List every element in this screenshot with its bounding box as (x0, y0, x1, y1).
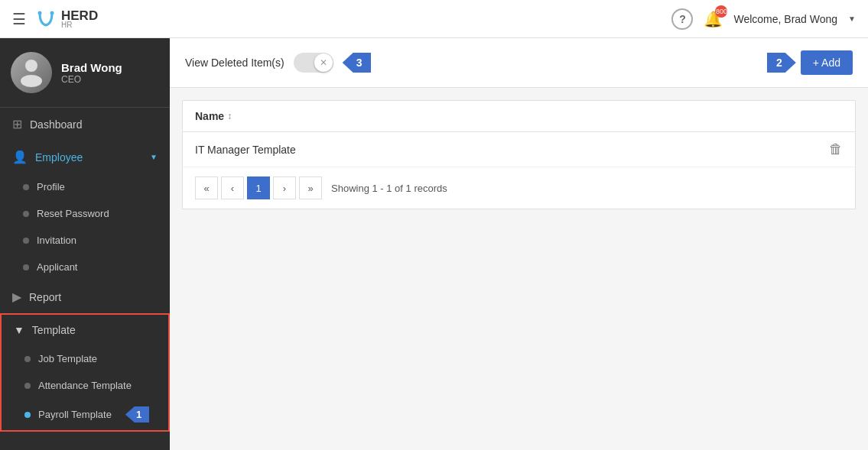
hamburger-menu[interactable]: ☰ (12, 10, 26, 28)
main-layout: Brad Wong CEO ⊞ Dashboard 👤 Employee ▼ P… (0, 38, 868, 450)
pagination-current[interactable]: 1 (247, 176, 270, 199)
sidebar-item-template[interactable]: ▼ Template (2, 315, 168, 345)
sidebar-item-payroll-template[interactable]: Payroll Template 1 (2, 399, 168, 430)
template-icon: ▼ (14, 324, 24, 336)
user-name: Brad Wong (61, 61, 122, 74)
header-left: ☰ HERD HR (12, 8, 98, 30)
svg-point-3 (21, 75, 42, 87)
reset-password-dot (23, 211, 29, 217)
dashboard-icon: ⊞ (12, 117, 22, 131)
sort-icon[interactable]: ↕ (227, 111, 232, 121)
pagination-prev[interactable]: ‹ (221, 176, 244, 199)
template-section: ▼ Template Job Template Attendance Templ… (0, 313, 170, 432)
sidebar-item-job-template[interactable]: Job Template (2, 345, 168, 372)
report-label: Report (29, 291, 61, 303)
sidebar-item-report[interactable]: ▶ Report (0, 280, 170, 313)
sidebar-item-reset-password[interactable]: Reset Password (0, 200, 170, 227)
sidebar-item-invitation[interactable]: Invitation (0, 227, 170, 254)
notification-bell[interactable]: 🔔 800 (704, 10, 723, 28)
main-content: View Deleted Item(s) ✕ 3 2 + Add Name (170, 38, 868, 450)
table-row: IT Manager Template 🗑 (183, 132, 855, 167)
pagination-info: Showing 1 - 1 of 1 records (331, 183, 447, 194)
user-profile: Brad Wong CEO (0, 38, 170, 108)
app-header: ☰ HERD HR ? 🔔 800 Welcome, Brad Wong ▼ (0, 0, 868, 38)
payroll-template-dot (24, 412, 31, 418)
employee-expand-arrow: ▼ (150, 153, 158, 161)
job-template-dot (24, 356, 31, 362)
profile-dot (23, 184, 29, 190)
pagination-next[interactable]: › (273, 176, 296, 199)
step3-badge: 3 (343, 53, 372, 73)
logo-icon (35, 8, 57, 30)
toolbar-right: 2 + Add (767, 50, 853, 75)
sidebar-item-applicant[interactable]: Applicant (0, 254, 170, 280)
logo-container: HERD HR (35, 8, 98, 30)
reset-password-label: Reset Password (37, 208, 109, 219)
employee-icon: 👤 (12, 150, 28, 164)
report-icon: ▶ (12, 290, 21, 304)
welcome-dropdown-arrow[interactable]: ▼ (848, 15, 856, 23)
step1-badge-container: 1 (125, 406, 149, 422)
pagination: « ‹ 1 › » Showing 1 - 1 of 1 records (183, 167, 855, 209)
pagination-last[interactable]: » (299, 176, 322, 199)
template-label: Template (32, 324, 76, 336)
sidebar-item-employee[interactable]: 👤 Employee ▼ (0, 141, 170, 173)
welcome-message[interactable]: Welcome, Brad Wong (733, 13, 837, 25)
col-name-header: Name ↕ (195, 110, 232, 122)
header-right: ? 🔔 800 Welcome, Brad Wong ▼ (671, 8, 856, 30)
dashboard-label: Dashboard (30, 118, 83, 131)
attendance-template-label: Attendance Template (38, 380, 132, 391)
sidebar-nav: ⊞ Dashboard 👤 Employee ▼ Profile Reset P… (0, 108, 170, 432)
step2-badge: 2 (767, 53, 796, 73)
toggle-icon: ✕ (320, 57, 327, 68)
invitation-label: Invitation (37, 235, 76, 246)
user-role: CEO (61, 74, 122, 85)
sidebar-item-profile[interactable]: Profile (0, 173, 170, 200)
applicant-dot (23, 264, 29, 270)
row-name: IT Manager Template (195, 144, 829, 156)
table-header: Name ↕ (183, 101, 855, 132)
view-deleted-toggle[interactable]: ✕ (294, 53, 333, 73)
svg-point-0 (38, 11, 42, 15)
sidebar: Brad Wong CEO ⊞ Dashboard 👤 Employee ▼ P… (0, 38, 170, 450)
notification-badge: 800 (715, 5, 727, 18)
help-icon[interactable]: ? (671, 8, 693, 30)
job-template-label: Job Template (38, 353, 97, 364)
avatar (11, 52, 52, 93)
attendance-template-dot (24, 383, 31, 389)
sidebar-item-attendance-template[interactable]: Attendance Template (2, 372, 168, 399)
step1-badge: 1 (125, 406, 149, 422)
col-name-label: Name (195, 110, 224, 122)
svg-point-1 (50, 11, 54, 15)
profile-label: Profile (37, 181, 65, 193)
employee-label: Employee (35, 151, 83, 163)
view-deleted-label: View Deleted Item(s) (185, 57, 284, 69)
add-button[interactable]: + Add (801, 50, 853, 75)
data-table: Name ↕ IT Manager Template 🗑 « ‹ 1 › » S… (182, 100, 856, 209)
toggle-knob: ✕ (314, 53, 333, 72)
applicant-label: Applicant (37, 261, 77, 273)
invitation-dot (23, 238, 29, 244)
logo-text-container: HERD HR (61, 8, 98, 29)
sidebar-item-dashboard[interactable]: ⊞ Dashboard (0, 108, 170, 141)
user-info: Brad Wong CEO (61, 61, 122, 85)
content-toolbar: View Deleted Item(s) ✕ 3 2 + Add (170, 38, 868, 88)
delete-icon[interactable]: 🗑 (829, 141, 843, 157)
svg-point-2 (25, 60, 37, 72)
payroll-template-label: Payroll Template (38, 409, 112, 420)
pagination-first[interactable]: « (195, 176, 218, 199)
